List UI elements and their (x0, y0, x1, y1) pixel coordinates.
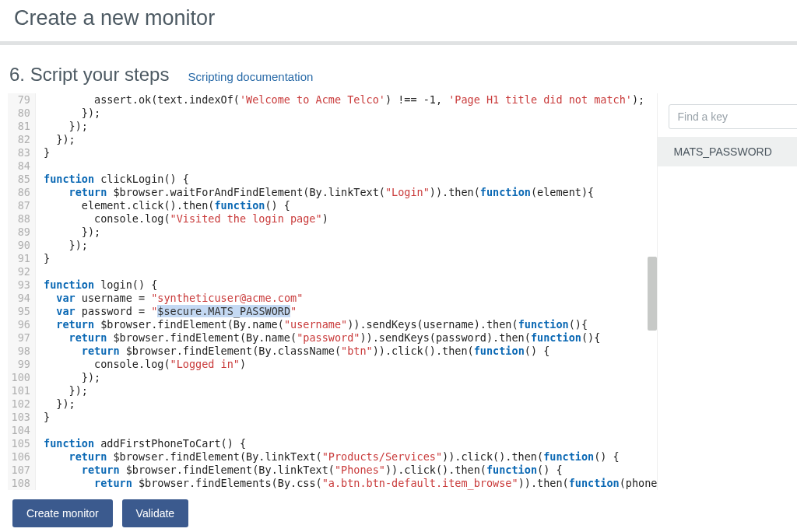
code-line[interactable]: }); (44, 107, 657, 120)
code-line[interactable]: return $browser.findElement(By.name("pas… (44, 331, 657, 345)
secure-key-item[interactable]: MATS_PASSWORD (658, 137, 797, 166)
code-line[interactable]: function clickLogin() { (44, 173, 657, 186)
code-line[interactable]: return $browser.findElements(By.css("a.b… (44, 477, 657, 490)
line-number: 99 (8, 358, 30, 371)
code-line[interactable]: }); (44, 239, 657, 252)
line-number: 85 (8, 173, 30, 186)
line-number: 105 (8, 437, 30, 450)
code-line[interactable]: function addFirstPhoneToCart() { (44, 437, 657, 450)
scripting-docs-link[interactable]: Scripting documentation (188, 70, 313, 83)
line-number: 94 (8, 292, 30, 305)
line-number: 80 (8, 107, 30, 120)
find-key-search[interactable] (669, 104, 797, 129)
code-line[interactable]: return $browser.findElement(By.className… (44, 345, 657, 358)
code-line[interactable]: } (44, 411, 657, 424)
code-line[interactable]: element.click().then(function() { (44, 199, 657, 212)
section-header: 6. Script your steps Scripting documenta… (0, 45, 797, 93)
line-number: 104 (8, 424, 30, 437)
line-number: 87 (8, 199, 30, 212)
code-editor[interactable]: 7980818283848586878889909192939495969798… (8, 93, 657, 490)
code-line[interactable]: return $browser.waitForAndFindElement(By… (44, 186, 657, 199)
line-number: 79 (8, 93, 30, 107)
line-number: 93 (8, 278, 30, 292)
code-line[interactable] (44, 159, 657, 173)
line-number: 92 (8, 265, 30, 278)
code-line[interactable] (44, 265, 657, 278)
code-line[interactable]: console.log("Logged in") (44, 358, 657, 371)
code-line[interactable]: }); (44, 371, 657, 384)
code-line[interactable]: }); (44, 133, 657, 146)
validate-button[interactable]: Validate (122, 499, 189, 527)
code-line[interactable]: } (44, 252, 657, 265)
code-line[interactable]: assert.ok(text.indexOf('Welcome to Acme … (44, 93, 657, 107)
code-line[interactable]: return $browser.findElement(By.linkText(… (44, 450, 657, 464)
create-monitor-button[interactable]: Create monitor (12, 499, 113, 527)
line-number: 101 (8, 384, 30, 397)
code-line[interactable]: return $browser.findElement(By.linkText(… (44, 464, 657, 477)
line-number: 107 (8, 464, 30, 477)
find-key-input[interactable] (677, 110, 797, 123)
line-number: 103 (8, 411, 30, 424)
line-number: 106 (8, 450, 30, 464)
line-number: 88 (8, 212, 30, 226)
line-number: 91 (8, 252, 30, 265)
code-line[interactable]: console.log("Visited the login page") (44, 212, 657, 226)
line-number: 89 (8, 226, 30, 239)
line-number: 86 (8, 186, 30, 199)
line-number: 83 (8, 146, 30, 159)
code-line[interactable]: var username = "syntheticuser@acme.com" (44, 292, 657, 305)
line-number: 98 (8, 345, 30, 358)
page-title: Create a new monitor (14, 6, 783, 30)
code-line[interactable]: return $browser.findElement(By.name("use… (44, 318, 657, 331)
line-number: 96 (8, 318, 30, 331)
code-line[interactable]: function login() { (44, 278, 657, 292)
code-line[interactable]: }); (44, 226, 657, 239)
line-number: 108 (8, 477, 30, 490)
code-line[interactable]: var password = "$secure.MATS_PASSWORD" (44, 305, 657, 318)
line-number: 82 (8, 133, 30, 146)
code-line[interactable]: }); (44, 397, 657, 411)
line-number: 100 (8, 371, 30, 384)
editor-scrollbar[interactable] (648, 257, 657, 331)
code-line[interactable] (44, 424, 657, 437)
line-number: 84 (8, 159, 30, 173)
line-number: 102 (8, 397, 30, 411)
line-number: 97 (8, 331, 30, 345)
line-number: 90 (8, 239, 30, 252)
page-header: Create a new monitor (0, 0, 797, 45)
secure-credentials-panel: MATS_PASSWORD (657, 93, 797, 490)
code-line[interactable]: }); (44, 384, 657, 397)
line-number: 95 (8, 305, 30, 318)
action-bar: Create monitor Validate (0, 490, 797, 532)
code-line[interactable]: } (44, 146, 657, 159)
section-title: 6. Script your steps (9, 64, 169, 86)
line-number: 81 (8, 120, 30, 133)
code-line[interactable]: }); (44, 120, 657, 133)
